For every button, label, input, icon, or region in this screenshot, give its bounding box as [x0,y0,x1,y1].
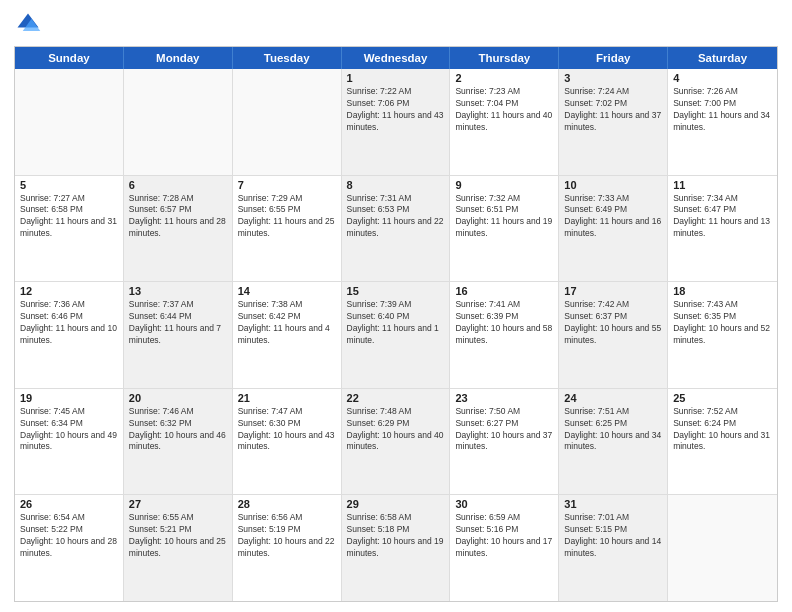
calendar-cell [233,69,342,175]
day-number: 25 [673,392,772,404]
cell-info: Sunrise: 7:41 AM Sunset: 6:39 PM Dayligh… [455,299,553,347]
cell-info: Sunrise: 7:39 AM Sunset: 6:40 PM Dayligh… [347,299,445,347]
calendar-cell: 7Sunrise: 7:29 AM Sunset: 6:55 PM Daylig… [233,176,342,282]
cell-info: Sunrise: 7:29 AM Sunset: 6:55 PM Dayligh… [238,193,336,241]
calendar-cell: 12Sunrise: 7:36 AM Sunset: 6:46 PM Dayli… [15,282,124,388]
cell-info: Sunrise: 7:38 AM Sunset: 6:42 PM Dayligh… [238,299,336,347]
cell-info: Sunrise: 7:36 AM Sunset: 6:46 PM Dayligh… [20,299,118,347]
calendar-cell: 9Sunrise: 7:32 AM Sunset: 6:51 PM Daylig… [450,176,559,282]
day-number: 2 [455,72,553,84]
calendar-cell: 26Sunrise: 6:54 AM Sunset: 5:22 PM Dayli… [15,495,124,601]
cell-info: Sunrise: 7:01 AM Sunset: 5:15 PM Dayligh… [564,512,662,560]
calendar-cell [124,69,233,175]
calendar-cell: 3Sunrise: 7:24 AM Sunset: 7:02 PM Daylig… [559,69,668,175]
calendar-week: 12Sunrise: 7:36 AM Sunset: 6:46 PM Dayli… [15,282,777,389]
cell-info: Sunrise: 6:55 AM Sunset: 5:21 PM Dayligh… [129,512,227,560]
calendar-cell: 15Sunrise: 7:39 AM Sunset: 6:40 PM Dayli… [342,282,451,388]
calendar-cell: 16Sunrise: 7:41 AM Sunset: 6:39 PM Dayli… [450,282,559,388]
day-number: 11 [673,179,772,191]
calendar-body: 1Sunrise: 7:22 AM Sunset: 7:06 PM Daylig… [15,69,777,601]
calendar-cell: 4Sunrise: 7:26 AM Sunset: 7:00 PM Daylig… [668,69,777,175]
page: SundayMondayTuesdayWednesdayThursdayFrid… [0,0,792,612]
cell-info: Sunrise: 7:46 AM Sunset: 6:32 PM Dayligh… [129,406,227,454]
cell-info: Sunrise: 6:58 AM Sunset: 5:18 PM Dayligh… [347,512,445,560]
cell-info: Sunrise: 7:33 AM Sunset: 6:49 PM Dayligh… [564,193,662,241]
calendar-cell: 20Sunrise: 7:46 AM Sunset: 6:32 PM Dayli… [124,389,233,495]
day-number: 29 [347,498,445,510]
cell-info: Sunrise: 7:52 AM Sunset: 6:24 PM Dayligh… [673,406,772,454]
cell-info: Sunrise: 7:48 AM Sunset: 6:29 PM Dayligh… [347,406,445,454]
calendar-cell: 21Sunrise: 7:47 AM Sunset: 6:30 PM Dayli… [233,389,342,495]
cell-info: Sunrise: 7:32 AM Sunset: 6:51 PM Dayligh… [455,193,553,241]
calendar-cell: 14Sunrise: 7:38 AM Sunset: 6:42 PM Dayli… [233,282,342,388]
calendar-cell: 17Sunrise: 7:42 AM Sunset: 6:37 PM Dayli… [559,282,668,388]
day-number: 13 [129,285,227,297]
calendar-cell: 2Sunrise: 7:23 AM Sunset: 7:04 PM Daylig… [450,69,559,175]
calendar-cell: 24Sunrise: 7:51 AM Sunset: 6:25 PM Dayli… [559,389,668,495]
calendar-cell [15,69,124,175]
calendar-cell: 5Sunrise: 7:27 AM Sunset: 6:58 PM Daylig… [15,176,124,282]
logo [14,10,46,38]
day-number: 22 [347,392,445,404]
day-number: 9 [455,179,553,191]
calendar-cell [668,495,777,601]
calendar-header: SundayMondayTuesdayWednesdayThursdayFrid… [15,47,777,69]
day-number: 15 [347,285,445,297]
calendar-cell: 22Sunrise: 7:48 AM Sunset: 6:29 PM Dayli… [342,389,451,495]
day-number: 12 [20,285,118,297]
weekday-header: Saturday [668,47,777,69]
cell-info: Sunrise: 7:43 AM Sunset: 6:35 PM Dayligh… [673,299,772,347]
day-number: 3 [564,72,662,84]
day-number: 6 [129,179,227,191]
calendar-cell: 1Sunrise: 7:22 AM Sunset: 7:06 PM Daylig… [342,69,451,175]
calendar-cell: 8Sunrise: 7:31 AM Sunset: 6:53 PM Daylig… [342,176,451,282]
day-number: 8 [347,179,445,191]
day-number: 4 [673,72,772,84]
weekday-header: Tuesday [233,47,342,69]
weekday-header: Wednesday [342,47,451,69]
cell-info: Sunrise: 7:27 AM Sunset: 6:58 PM Dayligh… [20,193,118,241]
calendar-cell: 18Sunrise: 7:43 AM Sunset: 6:35 PM Dayli… [668,282,777,388]
cell-info: Sunrise: 7:51 AM Sunset: 6:25 PM Dayligh… [564,406,662,454]
cell-info: Sunrise: 7:50 AM Sunset: 6:27 PM Dayligh… [455,406,553,454]
logo-icon [14,10,42,38]
calendar-cell: 19Sunrise: 7:45 AM Sunset: 6:34 PM Dayli… [15,389,124,495]
header [14,10,778,38]
calendar-cell: 27Sunrise: 6:55 AM Sunset: 5:21 PM Dayli… [124,495,233,601]
day-number: 17 [564,285,662,297]
cell-info: Sunrise: 7:45 AM Sunset: 6:34 PM Dayligh… [20,406,118,454]
calendar-week: 1Sunrise: 7:22 AM Sunset: 7:06 PM Daylig… [15,69,777,176]
cell-info: Sunrise: 7:22 AM Sunset: 7:06 PM Dayligh… [347,86,445,134]
day-number: 5 [20,179,118,191]
weekday-header: Monday [124,47,233,69]
calendar-week: 19Sunrise: 7:45 AM Sunset: 6:34 PM Dayli… [15,389,777,496]
cell-info: Sunrise: 7:28 AM Sunset: 6:57 PM Dayligh… [129,193,227,241]
calendar-cell: 28Sunrise: 6:56 AM Sunset: 5:19 PM Dayli… [233,495,342,601]
calendar: SundayMondayTuesdayWednesdayThursdayFrid… [14,46,778,602]
cell-info: Sunrise: 6:59 AM Sunset: 5:16 PM Dayligh… [455,512,553,560]
cell-info: Sunrise: 7:23 AM Sunset: 7:04 PM Dayligh… [455,86,553,134]
day-number: 7 [238,179,336,191]
calendar-cell: 31Sunrise: 7:01 AM Sunset: 5:15 PM Dayli… [559,495,668,601]
cell-info: Sunrise: 7:24 AM Sunset: 7:02 PM Dayligh… [564,86,662,134]
day-number: 27 [129,498,227,510]
cell-info: Sunrise: 7:47 AM Sunset: 6:30 PM Dayligh… [238,406,336,454]
day-number: 16 [455,285,553,297]
calendar-cell: 23Sunrise: 7:50 AM Sunset: 6:27 PM Dayli… [450,389,559,495]
calendar-week: 26Sunrise: 6:54 AM Sunset: 5:22 PM Dayli… [15,495,777,601]
calendar-cell: 10Sunrise: 7:33 AM Sunset: 6:49 PM Dayli… [559,176,668,282]
cell-info: Sunrise: 7:34 AM Sunset: 6:47 PM Dayligh… [673,193,772,241]
day-number: 28 [238,498,336,510]
cell-info: Sunrise: 6:56 AM Sunset: 5:19 PM Dayligh… [238,512,336,560]
day-number: 19 [20,392,118,404]
day-number: 18 [673,285,772,297]
cell-info: Sunrise: 7:42 AM Sunset: 6:37 PM Dayligh… [564,299,662,347]
calendar-cell: 25Sunrise: 7:52 AM Sunset: 6:24 PM Dayli… [668,389,777,495]
weekday-header: Sunday [15,47,124,69]
calendar-cell: 13Sunrise: 7:37 AM Sunset: 6:44 PM Dayli… [124,282,233,388]
day-number: 23 [455,392,553,404]
cell-info: Sunrise: 7:37 AM Sunset: 6:44 PM Dayligh… [129,299,227,347]
weekday-header: Friday [559,47,668,69]
cell-info: Sunrise: 7:31 AM Sunset: 6:53 PM Dayligh… [347,193,445,241]
calendar-cell: 30Sunrise: 6:59 AM Sunset: 5:16 PM Dayli… [450,495,559,601]
